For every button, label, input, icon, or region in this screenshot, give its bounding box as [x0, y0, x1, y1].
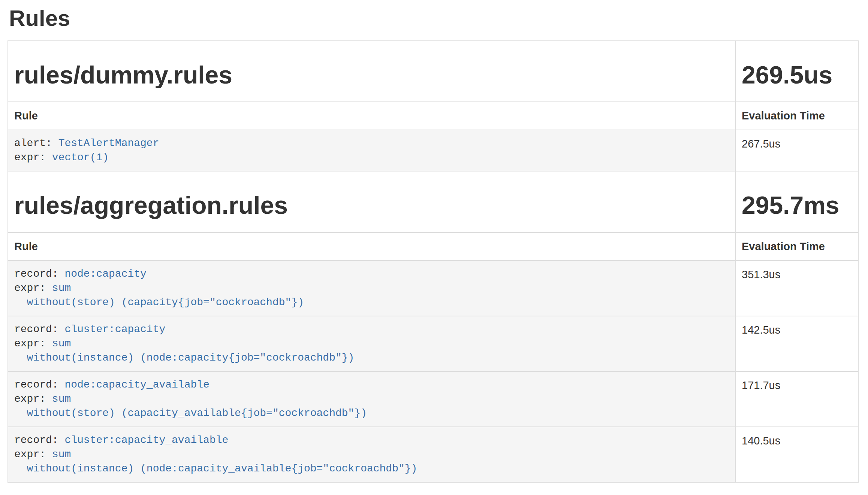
rule-group-eval-time: 295.7ms [742, 192, 852, 218]
rule-keyword: record: [14, 324, 64, 335]
rule-eval-time: 351.3us [735, 261, 858, 316]
rule-eval-time: 140.5us [735, 427, 858, 482]
rule-row: record: cluster:capacity expr: sum witho… [8, 316, 858, 371]
rule-link[interactable]: cluster:capacity [64, 324, 165, 335]
rule-link[interactable]: sum without(instance) (node:capacity{job… [14, 338, 354, 364]
rule-keyword: record: [14, 268, 64, 280]
rule-link[interactable]: sum without(store) (capacity_available{j… [14, 393, 367, 419]
rule-keyword: expr: [14, 338, 52, 349]
rule-group-name: rules/dummy.rules [14, 62, 729, 88]
rule-keyword: record: [14, 434, 64, 446]
column-header-row: RuleEvaluation Time [8, 233, 858, 261]
column-header-rule: Rule [8, 233, 735, 261]
rule-row: record: node:capacity expr: sum without(… [8, 261, 858, 316]
rule-code: alert: TestAlertManager expr: vector(1) [14, 136, 729, 165]
rule-group-name-cell: rules/dummy.rules [8, 41, 735, 102]
rule-cell: record: node:capacity expr: sum without(… [8, 261, 735, 316]
rule-code: record: cluster:capacity expr: sum witho… [14, 322, 729, 365]
rule-eval-time: 171.7us [735, 371, 858, 427]
rules-page: Rules rules/dummy.rules269.5usRuleEvalua… [0, 6, 868, 483]
rule-keyword: record: [14, 379, 64, 391]
rule-eval-time: 267.5us [735, 130, 858, 171]
rule-group-name: rules/aggregation.rules [14, 192, 729, 218]
rule-row: alert: TestAlertManager expr: vector(1)2… [8, 130, 858, 171]
rule-keyword: expr: [14, 282, 52, 294]
column-header-eval-time: Evaluation Time [735, 102, 858, 130]
rule-eval-time: 142.5us [735, 316, 858, 371]
rule-link[interactable]: vector(1) [52, 152, 109, 163]
rule-link[interactable]: sum without(instance) (node:capacity_ava… [14, 449, 417, 474]
rule-link[interactable]: cluster:capacity_available [64, 434, 228, 446]
page-title: Rules [9, 6, 859, 31]
rule-code: record: cluster:capacity_available expr:… [14, 433, 729, 476]
rule-group-row: rules/dummy.rules269.5us [8, 41, 858, 102]
rule-cell: record: cluster:capacity_available expr:… [8, 427, 735, 482]
rule-group-eval-time: 269.5us [742, 62, 852, 88]
rule-keyword: expr: [14, 152, 52, 163]
rules-table-body: rules/dummy.rules269.5usRuleEvaluation T… [8, 41, 858, 482]
rule-keyword: expr: [14, 449, 52, 460]
rule-cell: alert: TestAlertManager expr: vector(1) [8, 130, 735, 171]
rule-cell: record: cluster:capacity expr: sum witho… [8, 316, 735, 371]
column-header-eval-time: Evaluation Time [735, 233, 858, 261]
rule-row: record: cluster:capacity_available expr:… [8, 427, 858, 482]
rule-group-row: rules/aggregation.rules295.7ms [8, 171, 858, 232]
rule-link[interactable]: sum without(store) (capacity{job="cockro… [14, 282, 304, 308]
column-header-rule: Rule [8, 102, 735, 130]
column-header-row: RuleEvaluation Time [8, 102, 858, 130]
rule-cell: record: node:capacity_available expr: su… [8, 371, 735, 427]
rule-link[interactable]: node:capacity_available [64, 379, 209, 391]
rule-link[interactable]: TestAlertManager [58, 137, 159, 149]
rule-row: record: node:capacity_available expr: su… [8, 371, 858, 427]
rule-code: record: node:capacity expr: sum without(… [14, 267, 729, 310]
rules-table: rules/dummy.rules269.5usRuleEvaluation T… [7, 40, 859, 483]
rule-code: record: node:capacity_available expr: su… [14, 378, 729, 420]
rule-link[interactable]: node:capacity [64, 268, 146, 280]
rule-keyword: expr: [14, 393, 52, 405]
rule-keyword: alert: [14, 137, 58, 149]
rule-group-name-cell: rules/aggregation.rules [8, 171, 735, 232]
rule-group-eval-time-cell: 295.7ms [735, 171, 858, 232]
rule-group-eval-time-cell: 269.5us [735, 41, 858, 102]
